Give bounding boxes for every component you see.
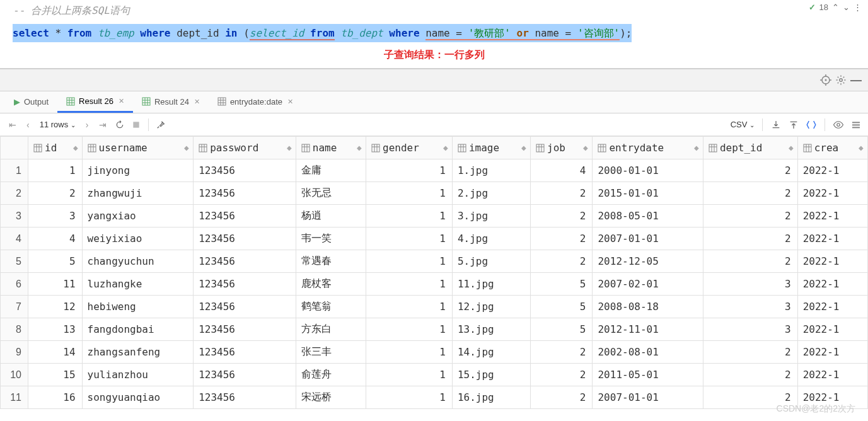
table-row[interactable]: 55changyuchun123456常遇春15.jpg22012-12-052… <box>1 250 868 273</box>
last-page-button[interactable]: ⇥ <box>96 118 109 131</box>
cell-gender[interactable]: 1 <box>366 341 453 364</box>
cell-crea[interactable]: 2022-1 <box>797 159 867 182</box>
sort-icon[interactable]: ◆ <box>694 144 698 151</box>
cell-entrydate[interactable]: 2012-11-01 <box>593 318 703 341</box>
cell-image[interactable]: 14.jpg <box>452 341 530 364</box>
cell-dept_id[interactable]: 2 <box>703 341 797 364</box>
cell-password[interactable]: 123456 <box>194 341 296 364</box>
cell-gender[interactable]: 1 <box>366 318 453 341</box>
cell-id[interactable]: 12 <box>28 296 83 318</box>
minimize-icon[interactable]: — <box>850 74 862 86</box>
cell-gender[interactable]: 1 <box>366 250 453 273</box>
cell-image[interactable]: 5.jpg <box>452 250 530 273</box>
table-row[interactable]: 712hebiweng123456鹤笔翁112.jpg52008-08-1832… <box>1 296 868 318</box>
cell-entrydate[interactable]: 2007-01-01 <box>593 386 703 409</box>
cell-job[interactable]: 2 <box>531 182 593 205</box>
cell-crea[interactable]: 2022-1 <box>797 386 867 409</box>
gear-icon[interactable] <box>835 74 847 86</box>
cell-name[interactable]: 鹿杖客 <box>296 273 366 296</box>
cell-gender[interactable]: 1 <box>366 228 453 250</box>
cell-username[interactable]: hebiweng <box>82 296 194 318</box>
cell-id[interactable]: 4 <box>28 228 83 250</box>
cell-id[interactable]: 2 <box>28 182 83 205</box>
cell-job[interactable]: 2 <box>531 364 593 386</box>
first-page-button[interactable]: ⇤ <box>6 118 19 131</box>
cell-password[interactable]: 123456 <box>194 364 296 386</box>
cell-username[interactable]: yulianzhou <box>82 364 194 386</box>
cell-image[interactable]: 12.jpg <box>452 296 530 318</box>
column-header-id[interactable]: id◆ <box>28 137 83 159</box>
tab-entrydate[interactable]: entrydate:date ✕ <box>209 92 302 113</box>
stop-icon[interactable] <box>130 119 142 130</box>
prev-page-button[interactable]: ‹ <box>24 118 32 131</box>
cell-entrydate[interactable]: 2008-08-18 <box>593 296 703 318</box>
cell-dept_id[interactable]: 2 <box>703 159 797 182</box>
column-header-gender[interactable]: gender◆ <box>366 137 453 159</box>
table-row[interactable]: 1015yulianzhou123456俞莲舟115.jpg22011-05-0… <box>1 364 868 386</box>
sort-icon[interactable]: ◆ <box>443 144 447 151</box>
cell-password[interactable]: 123456 <box>194 205 296 228</box>
cell-job[interactable]: 4 <box>531 159 593 182</box>
cell-gender[interactable]: 1 <box>366 182 453 205</box>
cell-name[interactable]: 俞莲舟 <box>296 364 366 386</box>
table-row[interactable]: 11jinyong123456金庸11.jpg42000-01-0122022-… <box>1 159 868 182</box>
sort-icon[interactable]: ◆ <box>73 144 77 151</box>
cell-password[interactable]: 123456 <box>194 273 296 296</box>
column-header-username[interactable]: username◆ <box>82 137 194 159</box>
cell-job[interactable]: 2 <box>531 228 593 250</box>
cell-name[interactable]: 金庸 <box>296 159 366 182</box>
cell-name[interactable]: 韦一笑 <box>296 228 366 250</box>
eye-icon[interactable] <box>833 119 844 130</box>
cell-id[interactable]: 11 <box>28 273 83 296</box>
cell-entrydate[interactable]: 2007-02-01 <box>593 273 703 296</box>
cell-id[interactable]: 1 <box>28 159 83 182</box>
cell-name[interactable]: 张无忌 <box>296 182 366 205</box>
cell-image[interactable]: 16.jpg <box>452 386 530 409</box>
cell-gender[interactable]: 1 <box>366 205 453 228</box>
cell-name[interactable]: 方东白 <box>296 318 366 341</box>
cell-job[interactable]: 5 <box>531 273 593 296</box>
close-icon[interactable]: ✕ <box>194 98 200 106</box>
table-row[interactable]: 813fangdongbai123456方东白113.jpg52012-11-0… <box>1 318 868 341</box>
cell-gender[interactable]: 1 <box>366 273 453 296</box>
cell-password[interactable]: 123456 <box>194 182 296 205</box>
cell-gender[interactable]: 1 <box>366 364 453 386</box>
close-icon[interactable]: ✕ <box>119 97 124 105</box>
reload-icon[interactable] <box>114 119 125 130</box>
cell-gender[interactable]: 1 <box>366 386 453 409</box>
cell-image[interactable]: 4.jpg <box>452 228 530 250</box>
cell-dept_id[interactable]: 2 <box>703 205 797 228</box>
cell-id[interactable]: 3 <box>28 205 83 228</box>
cell-entrydate[interactable]: 2015-01-01 <box>593 182 703 205</box>
cell-name[interactable]: 常遇春 <box>296 250 366 273</box>
column-header-entrydate[interactable]: entrydate◆ <box>593 137 703 159</box>
settings-icon[interactable] <box>850 119 862 130</box>
table-row[interactable]: 914zhangsanfeng123456张三丰114.jpg22002-08-… <box>1 341 868 364</box>
sort-icon[interactable]: ◆ <box>357 144 361 151</box>
cell-name[interactable]: 杨逍 <box>296 205 366 228</box>
column-header-dept_id[interactable]: dept_id◆ <box>703 137 797 159</box>
cell-job[interactable]: 2 <box>531 386 593 409</box>
cell-image[interactable]: 1.jpg <box>452 159 530 182</box>
table-row[interactable]: 1116songyuanqiao123456宋远桥116.jpg22007-01… <box>1 386 868 409</box>
sort-icon[interactable]: ◆ <box>789 144 792 151</box>
cell-id[interactable]: 15 <box>28 364 83 386</box>
cell-id[interactable]: 13 <box>28 318 83 341</box>
download-icon[interactable] <box>770 119 782 130</box>
cell-name[interactable]: 鹤笔翁 <box>296 296 366 318</box>
cell-dept_id[interactable]: 2 <box>703 182 797 205</box>
cell-password[interactable]: 123456 <box>194 159 296 182</box>
cell-password[interactable]: 123456 <box>194 318 296 341</box>
table-row[interactable]: 33yangxiao123456杨逍13.jpg22008-05-0122022… <box>1 205 868 228</box>
table-row[interactable]: 44weiyixiao123456韦一笑14.jpg22007-01-01220… <box>1 228 868 250</box>
cell-dept_id[interactable]: 2 <box>703 386 797 409</box>
cell-username[interactable]: fangdongbai <box>82 318 194 341</box>
cell-crea[interactable]: 2022-1 <box>797 182 867 205</box>
target-icon[interactable] <box>820 74 831 86</box>
column-header-crea[interactable]: crea◆ <box>797 137 867 159</box>
cell-image[interactable]: 2.jpg <box>452 182 530 205</box>
table-row[interactable]: 22zhangwuji123456张无忌12.jpg22015-01-01220… <box>1 182 868 205</box>
cell-entrydate[interactable]: 2011-05-01 <box>593 364 703 386</box>
pin-icon[interactable] <box>155 119 166 130</box>
cell-image[interactable]: 3.jpg <box>452 205 530 228</box>
